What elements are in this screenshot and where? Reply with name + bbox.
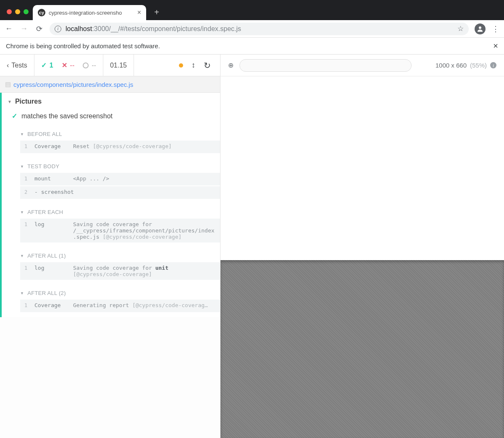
cmd-num: 2 [24, 189, 29, 195]
spec-body: ▼ Pictures ✓ matches the saved screensho… [0, 93, 220, 317]
aut-background-fill [220, 260, 504, 438]
hook-header[interactable]: ▼BEFORE ALL [20, 128, 220, 140]
command-list: 1 log Saving code coverage for /__cypres… [20, 219, 220, 242]
spec-file-bar[interactable]: ▤ cypress/components/pictures/index.spec… [0, 76, 220, 93]
caret-down-icon: ▼ [20, 164, 24, 169]
tests-label: Tests [11, 62, 27, 69]
selector-playground-icon[interactable]: ⊕ [228, 61, 234, 69]
x-icon: ✕ [62, 61, 67, 69]
svg-point-0 [479, 26, 481, 29]
reporter-toolbar: ‹ Tests ✓1 ✕-- -- 01.15 ↕ ↻ [0, 55, 220, 76]
hook-label: BEFORE ALL [27, 131, 62, 137]
command-row[interactable]: 1 mount <App ... /> [20, 173, 220, 185]
caret-down-icon: ▼ [20, 132, 24, 136]
caret-down-icon: ▼ [20, 254, 24, 258]
caret-down-icon: ▼ [20, 291, 24, 295]
hook-header[interactable]: ▼TEST BODY [20, 161, 220, 172]
hook-label: AFTER ALL (2) [27, 290, 66, 296]
cmd-num: 1 [24, 143, 29, 149]
automation-banner-text: Chrome is being controlled by automated … [6, 42, 160, 50]
test-row[interactable]: ✓ matches the saved screenshot [2, 110, 220, 126]
next-prev-icon[interactable]: ↕ [192, 61, 195, 70]
browser-menu-icon[interactable]: ⋮ [491, 24, 500, 34]
rerun-icon[interactable]: ↻ [204, 60, 211, 70]
cmd-name: log [34, 221, 67, 227]
aut-viewport [220, 76, 504, 438]
reload-button[interactable]: ⟳ [34, 24, 44, 34]
tab-title: cypress-integration-screensho [49, 10, 122, 16]
pending-count: -- [92, 62, 96, 69]
hook-before-all: ▼BEFORE ALL 1 Coverage Reset [@cypress/c… [2, 126, 220, 153]
chevron-left-icon: ‹ [7, 62, 9, 69]
pass-count: 1 [50, 62, 53, 69]
url-host: localhost [66, 25, 92, 32]
stat-pending: -- [83, 62, 96, 69]
close-window-icon[interactable] [7, 9, 12, 14]
tab-favicon: cy [38, 9, 45, 16]
cmd-num: 1 [24, 176, 29, 182]
browser-titlebar: cy cypress-integration-screensho × + [0, 0, 504, 20]
hook-header[interactable]: ▼AFTER EACH [20, 206, 220, 218]
command-row[interactable]: 1 log Saving code coverage for /__cypres… [20, 219, 220, 242]
minimize-window-icon[interactable] [15, 9, 20, 14]
toolbar-right: ↕ ↻ [170, 55, 220, 76]
maximize-window-icon[interactable] [24, 9, 29, 14]
profile-avatar-icon[interactable] [475, 23, 486, 34]
forward-button: → [19, 24, 29, 33]
hook-after-each: ▼AFTER EACH 1 log Saving code coverage f… [2, 204, 220, 242]
stat-pass: ✓1 [41, 61, 53, 69]
aut-dimensions: 1000 x 660 (55%) i [436, 62, 496, 69]
hook-label: AFTER ALL (1) [27, 253, 66, 259]
command-row[interactable]: 1 Coverage Reset [@cypress/code-coverage… [20, 141, 220, 153]
command-list: 1 Coverage Reset [@cypress/code-coverage… [20, 141, 220, 153]
url-path: :3000/__/#/tests/component/pictures/inde… [92, 25, 241, 32]
command-list: 1 log Saving code coverage for unit [@cy… [20, 262, 220, 280]
cmd-message: Generating report [@cypress/code-coverag… [73, 302, 216, 308]
aut-header: ⊕ 1000 x 660 (55%) i [220, 55, 504, 76]
new-tab-button[interactable]: + [150, 6, 163, 18]
address-bar[interactable]: i localhost:3000/__/#/tests/component/pi… [50, 23, 469, 35]
hook-header[interactable]: ▼AFTER ALL (1) [20, 250, 220, 261]
viewport-size: 1000 x 660 [436, 62, 467, 69]
cmd-num: 1 [24, 265, 29, 271]
command-row[interactable]: 1 log Saving code coverage for unit [@cy… [20, 262, 220, 280]
suite-name: Pictures [15, 98, 42, 105]
back-button[interactable]: ← [4, 24, 13, 33]
banner-close-icon[interactable]: × [493, 41, 498, 51]
stat-fail: ✕-- [62, 61, 75, 69]
browser-tab[interactable]: cy cypress-integration-screensho × [33, 5, 146, 20]
bookmark-star-icon[interactable]: ☆ [457, 24, 464, 33]
cmd-name: log [34, 265, 67, 271]
aut-url-input[interactable] [239, 59, 412, 72]
command-row[interactable]: 2 - screenshot [20, 186, 220, 199]
file-icon: ▤ [5, 81, 11, 88]
caret-down-icon: ▼ [8, 99, 12, 104]
test-name: matches the saved screenshot [21, 112, 113, 120]
url-display: localhost:3000/__/#/tests/component/pict… [66, 25, 241, 33]
cmd-message: <App ... /> [73, 175, 216, 182]
cmd-name: Coverage [34, 302, 67, 308]
hook-after-all-1: ▼AFTER ALL (1) 1 log Saving code coverag… [2, 248, 220, 280]
aut-panel: ⊕ 1000 x 660 (55%) i [220, 55, 504, 438]
hook-label: TEST BODY [27, 163, 59, 169]
command-list: 1 Coverage Generating report [@cypress/c… [20, 300, 220, 312]
cmd-message: Reset [@cypress/code-coverage] [73, 143, 216, 149]
check-icon: ✓ [41, 61, 47, 69]
tab-close-icon[interactable]: × [137, 9, 141, 16]
site-info-icon[interactable]: i [55, 26, 61, 32]
cmd-name: mount [34, 175, 67, 182]
cmd-message: Saving code coverage for /__cypress/ifra… [73, 221, 216, 240]
circle-icon [83, 63, 89, 68]
hook-header[interactable]: ▼AFTER ALL (2) [20, 287, 220, 299]
fail-count: -- [70, 62, 75, 69]
suite-title[interactable]: ▼ Pictures [2, 93, 220, 110]
automation-banner: Chrome is being controlled by automated … [0, 38, 504, 55]
cmd-message: Saving code coverage for unit [@cypress/… [73, 265, 216, 277]
tests-back-button[interactable]: ‹ Tests [0, 55, 34, 76]
status-dot-icon [179, 63, 183, 68]
command-row[interactable]: 1 Coverage Generating report [@cypress/c… [20, 300, 220, 312]
reporter-panel: ‹ Tests ✓1 ✕-- -- 01.15 ↕ ↻ ▤ cypress/co… [0, 55, 220, 438]
check-icon: ✓ [12, 112, 17, 120]
info-icon[interactable]: i [490, 62, 496, 68]
command-list: 1 mount <App ... /> 2 - screenshot [20, 173, 220, 199]
